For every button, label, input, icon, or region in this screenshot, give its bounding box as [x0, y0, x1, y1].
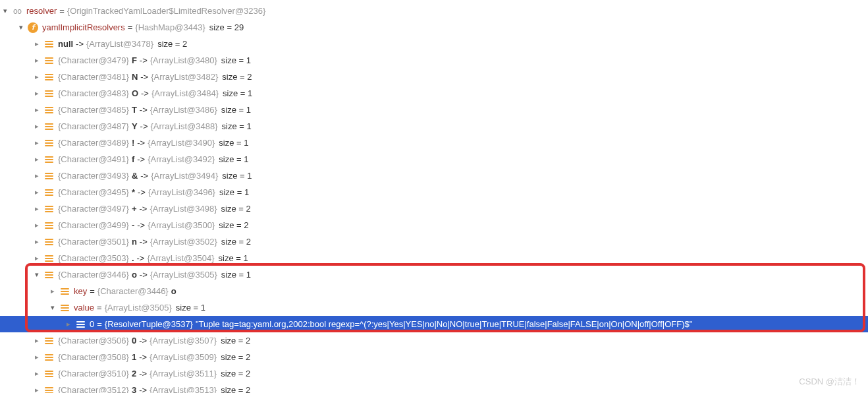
list-icon — [43, 72, 54, 82]
map-entry[interactable]: {Character@3491}f->{ArrayList@3492}size … — [0, 151, 868, 167]
key-object: {Character@3483} — [58, 88, 129, 98]
expand-icon[interactable] — [32, 385, 42, 394]
value-object: {ArrayList@3502} — [150, 237, 217, 247]
value-object: {ArrayList@3490} — [148, 138, 215, 148]
key-object: {Character@3487} — [58, 121, 129, 131]
size-label: size = 1 — [215, 154, 248, 164]
expand-icon[interactable] — [32, 237, 42, 247]
map-entry[interactable]: {Character@3495}*->{ArrayList@3496}size … — [0, 184, 868, 200]
item-index: 0 — [90, 319, 94, 329]
expand-icon[interactable] — [47, 303, 58, 313]
field-row[interactable]: f yamlImplicitResolvers = {HashMap@3443}… — [0, 19, 868, 36]
expand-icon[interactable] — [32, 270, 42, 280]
expand-icon[interactable] — [0, 6, 11, 16]
expand-icon[interactable] — [16, 22, 26, 33]
arrow-label: -> — [134, 138, 148, 148]
map-entry[interactable]: {Character@3483}O->{ArrayList@3484}size … — [0, 85, 868, 102]
expand-icon[interactable] — [32, 72, 42, 82]
value-object: {ArrayList@3511} — [149, 369, 217, 378]
map-entry[interactable]: {Character@3499}-->{ArrayList@3500}size … — [0, 217, 868, 233]
key-object: {Character@3506} — [58, 336, 129, 346]
list-icon — [43, 237, 54, 247]
map-entry[interactable]: {Character@3510}2->{ArrayList@3511}size … — [0, 365, 868, 382]
key-char: 2 — [132, 369, 136, 378]
variable-name: resolver — [26, 6, 57, 16]
list-icon — [43, 270, 54, 280]
value-object: {ArrayList@3478} — [86, 39, 153, 49]
size-label: size = 1 — [217, 105, 251, 115]
list-icon — [43, 204, 54, 214]
value-object: {ArrayList@3482} — [151, 72, 218, 82]
value-label: value — [74, 303, 94, 313]
key-char: null — [58, 39, 73, 49]
size-label: size = 2 — [215, 220, 248, 230]
map-entry[interactable]: {Character@3481}N->{ArrayList@3482}size … — [0, 69, 868, 85]
map-entry[interactable]: {Character@3493}&->{ArrayList@3494}size … — [0, 167, 868, 184]
map-entry-expanded[interactable]: {Character@3446} o -> {ArrayList@3505} s… — [0, 266, 868, 283]
arrow-label: -> — [138, 72, 151, 82]
map-entry[interactable]: {Character@3485}T->{ArrayList@3486}size … — [0, 102, 868, 118]
key-char: 0 — [132, 336, 136, 346]
map-entry[interactable]: {Character@3503}.->{ArrayList@3504}size … — [0, 250, 868, 266]
size-label: size = 1 — [172, 303, 205, 313]
map-entry[interactable]: null->{ArrayList@3478}size = 2 — [0, 36, 868, 52]
expand-icon[interactable] — [63, 319, 74, 330]
map-entry[interactable]: {Character@3497}+->{ArrayList@3498}size … — [0, 200, 868, 217]
key-object: {Character@3493} — [58, 171, 129, 181]
expand-icon[interactable] — [32, 336, 42, 346]
map-entry[interactable]: {Character@3487}Y->{ArrayList@3488}size … — [0, 118, 868, 135]
list-icon — [43, 55, 54, 66]
selected-item-row[interactable]: 0 = {ResolverTuple@3537} "Tuple tag=tag:… — [0, 316, 868, 332]
equals-label: = — [94, 303, 105, 313]
expand-icon[interactable] — [32, 369, 42, 379]
arrow-label: -> — [137, 55, 150, 65]
expand-icon[interactable] — [32, 352, 42, 363]
key-char: 1 — [132, 352, 136, 362]
expand-icon[interactable] — [32, 121, 42, 132]
size-label: size = 2 — [217, 237, 251, 247]
key-row[interactable]: key = {Character@3446} o — [0, 283, 868, 299]
root-row[interactable]: oo resolver = {OriginTrackedYamlLoader$L… — [0, 3, 868, 19]
expand-icon[interactable] — [32, 154, 42, 165]
expand-icon[interactable] — [32, 138, 42, 148]
expand-icon[interactable] — [47, 286, 58, 297]
expand-icon[interactable] — [32, 39, 42, 49]
map-entry[interactable]: {Character@3489}!->{ArrayList@3490}size … — [0, 135, 868, 151]
key-object: {Character@3481} — [58, 72, 129, 82]
expand-icon[interactable] — [32, 220, 42, 231]
value-object: {ArrayList@3505} — [150, 270, 217, 280]
key-object: {Character@3501} — [58, 237, 129, 247]
watermark: CSDN @洁洁！ — [799, 376, 860, 388]
value-object: {ArrayList@3484} — [151, 88, 219, 98]
expand-icon[interactable] — [32, 204, 42, 214]
expand-icon[interactable] — [32, 171, 42, 181]
item-obj: {ResolverTuple@3537} — [105, 319, 193, 329]
expand-icon[interactable] — [32, 253, 42, 264]
size-label: size = 2 — [218, 72, 252, 82]
key-object: {Character@3512} — [58, 385, 129, 393]
expand-icon[interactable] — [32, 88, 42, 99]
expand-icon[interactable] — [32, 187, 42, 198]
arrow-label: -> — [134, 154, 148, 164]
list-icon — [43, 369, 54, 379]
equals-label: = — [57, 6, 67, 16]
value-row[interactable]: value = {ArrayList@3505} size = 1 — [0, 299, 868, 316]
arrow-label: -> — [137, 270, 150, 280]
object-icon: oo — [12, 6, 22, 16]
expand-icon[interactable] — [32, 105, 42, 115]
size-label: size = 2 — [217, 336, 250, 346]
map-entry[interactable]: {Character@3512}3->{ArrayList@3513}size … — [0, 382, 868, 393]
arrow-label: -> — [136, 336, 149, 346]
arrow-label: -> — [73, 39, 86, 49]
map-entry[interactable]: {Character@3501}n->{ArrayList@3502}size … — [0, 233, 868, 250]
size-label: size = 1 — [219, 88, 252, 98]
value-object: {ArrayList@3486} — [150, 105, 217, 115]
map-entry[interactable]: {Character@3479}F->{ArrayList@3480}size … — [0, 52, 868, 69]
map-entry[interactable]: {Character@3508}1->{ArrayList@3509}size … — [0, 349, 868, 365]
expand-icon[interactable] — [32, 55, 42, 66]
variable-value: {OriginTrackedYamlLoader$LimitedResolver… — [67, 6, 266, 16]
list-icon — [59, 303, 70, 313]
key-char: Y — [132, 121, 138, 131]
map-entry[interactable]: {Character@3506}0->{ArrayList@3507}size … — [0, 332, 868, 349]
value-object: {ArrayList@3494} — [151, 171, 218, 181]
